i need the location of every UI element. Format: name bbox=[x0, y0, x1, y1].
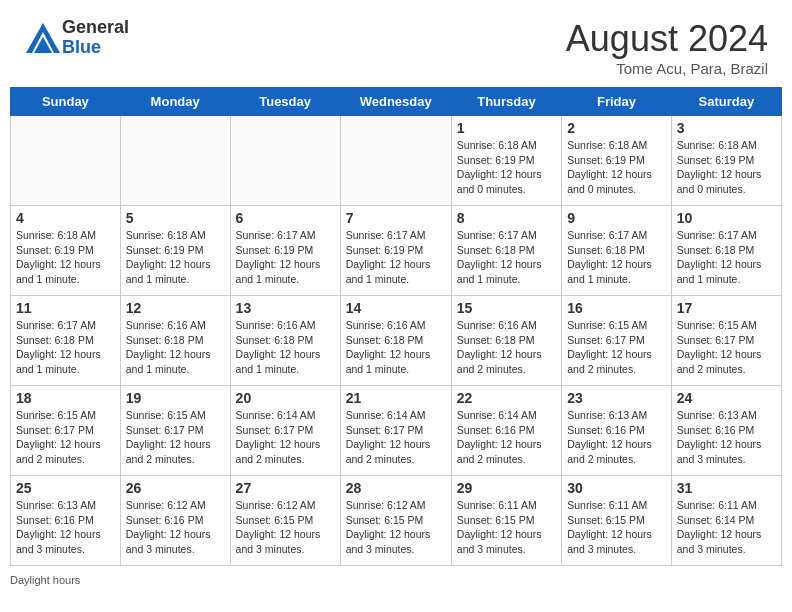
calendar-cell: 16Sunrise: 6:15 AM Sunset: 6:17 PM Dayli… bbox=[562, 296, 672, 386]
date-number: 8 bbox=[457, 210, 556, 226]
date-number: 29 bbox=[457, 480, 556, 496]
calendar-cell: 28Sunrise: 6:12 AM Sunset: 6:15 PM Dayli… bbox=[340, 476, 451, 566]
day-header-saturday: Saturday bbox=[671, 88, 781, 116]
cell-info: Sunrise: 6:12 AM Sunset: 6:16 PM Dayligh… bbox=[126, 498, 225, 557]
calendar-cell: 9Sunrise: 6:17 AM Sunset: 6:18 PM Daylig… bbox=[562, 206, 672, 296]
calendar-cell: 14Sunrise: 6:16 AM Sunset: 6:18 PM Dayli… bbox=[340, 296, 451, 386]
week-row-2: 4Sunrise: 6:18 AM Sunset: 6:19 PM Daylig… bbox=[11, 206, 782, 296]
footer: Daylight hours bbox=[0, 566, 792, 594]
cell-info: Sunrise: 6:16 AM Sunset: 6:18 PM Dayligh… bbox=[236, 318, 335, 377]
calendar-cell: 17Sunrise: 6:15 AM Sunset: 6:17 PM Dayli… bbox=[671, 296, 781, 386]
title-block: August 2024 Tome Acu, Para, Brazil bbox=[566, 18, 768, 77]
calendar-cell: 2Sunrise: 6:18 AM Sunset: 6:19 PM Daylig… bbox=[562, 116, 672, 206]
calendar-table: SundayMondayTuesdayWednesdayThursdayFrid… bbox=[10, 87, 782, 566]
cell-info: Sunrise: 6:14 AM Sunset: 6:17 PM Dayligh… bbox=[346, 408, 446, 467]
date-number: 30 bbox=[567, 480, 666, 496]
calendar-cell: 3Sunrise: 6:18 AM Sunset: 6:19 PM Daylig… bbox=[671, 116, 781, 206]
week-row-3: 11Sunrise: 6:17 AM Sunset: 6:18 PM Dayli… bbox=[11, 296, 782, 386]
cell-info: Sunrise: 6:17 AM Sunset: 6:18 PM Dayligh… bbox=[567, 228, 666, 287]
cell-info: Sunrise: 6:18 AM Sunset: 6:19 PM Dayligh… bbox=[567, 138, 666, 197]
cell-info: Sunrise: 6:12 AM Sunset: 6:15 PM Dayligh… bbox=[236, 498, 335, 557]
calendar-cell: 31Sunrise: 6:11 AM Sunset: 6:14 PM Dayli… bbox=[671, 476, 781, 566]
day-header-row: SundayMondayTuesdayWednesdayThursdayFrid… bbox=[11, 88, 782, 116]
date-number: 10 bbox=[677, 210, 776, 226]
cell-info: Sunrise: 6:17 AM Sunset: 6:18 PM Dayligh… bbox=[677, 228, 776, 287]
cell-info: Sunrise: 6:13 AM Sunset: 6:16 PM Dayligh… bbox=[677, 408, 776, 467]
cell-info: Sunrise: 6:16 AM Sunset: 6:18 PM Dayligh… bbox=[126, 318, 225, 377]
calendar-cell: 13Sunrise: 6:16 AM Sunset: 6:18 PM Dayli… bbox=[230, 296, 340, 386]
logo-general: General bbox=[62, 18, 129, 38]
date-number: 5 bbox=[126, 210, 225, 226]
header: General Blue August 2024 Tome Acu, Para,… bbox=[0, 0, 792, 87]
date-number: 21 bbox=[346, 390, 446, 406]
day-header-monday: Monday bbox=[120, 88, 230, 116]
calendar-cell bbox=[120, 116, 230, 206]
calendar-cell: 27Sunrise: 6:12 AM Sunset: 6:15 PM Dayli… bbox=[230, 476, 340, 566]
date-number: 20 bbox=[236, 390, 335, 406]
page-container: General Blue August 2024 Tome Acu, Para,… bbox=[0, 0, 792, 594]
calendar-cell: 19Sunrise: 6:15 AM Sunset: 6:17 PM Dayli… bbox=[120, 386, 230, 476]
calendar-cell: 30Sunrise: 6:11 AM Sunset: 6:15 PM Dayli… bbox=[562, 476, 672, 566]
calendar-cell: 21Sunrise: 6:14 AM Sunset: 6:17 PM Dayli… bbox=[340, 386, 451, 476]
cell-info: Sunrise: 6:15 AM Sunset: 6:17 PM Dayligh… bbox=[677, 318, 776, 377]
calendar-cell: 24Sunrise: 6:13 AM Sunset: 6:16 PM Dayli… bbox=[671, 386, 781, 476]
cell-info: Sunrise: 6:12 AM Sunset: 6:15 PM Dayligh… bbox=[346, 498, 446, 557]
logo-icon bbox=[24, 19, 62, 57]
cell-info: Sunrise: 6:18 AM Sunset: 6:19 PM Dayligh… bbox=[126, 228, 225, 287]
date-number: 31 bbox=[677, 480, 776, 496]
calendar-cell: 8Sunrise: 6:17 AM Sunset: 6:18 PM Daylig… bbox=[451, 206, 561, 296]
calendar-cell: 22Sunrise: 6:14 AM Sunset: 6:16 PM Dayli… bbox=[451, 386, 561, 476]
date-number: 4 bbox=[16, 210, 115, 226]
date-number: 26 bbox=[126, 480, 225, 496]
cell-info: Sunrise: 6:18 AM Sunset: 6:19 PM Dayligh… bbox=[457, 138, 556, 197]
week-row-1: 1Sunrise: 6:18 AM Sunset: 6:19 PM Daylig… bbox=[11, 116, 782, 206]
date-number: 9 bbox=[567, 210, 666, 226]
calendar-cell: 7Sunrise: 6:17 AM Sunset: 6:19 PM Daylig… bbox=[340, 206, 451, 296]
week-row-4: 18Sunrise: 6:15 AM Sunset: 6:17 PM Dayli… bbox=[11, 386, 782, 476]
day-header-wednesday: Wednesday bbox=[340, 88, 451, 116]
cell-info: Sunrise: 6:14 AM Sunset: 6:17 PM Dayligh… bbox=[236, 408, 335, 467]
cell-info: Sunrise: 6:11 AM Sunset: 6:14 PM Dayligh… bbox=[677, 498, 776, 557]
date-number: 1 bbox=[457, 120, 556, 136]
day-header-thursday: Thursday bbox=[451, 88, 561, 116]
calendar-cell: 10Sunrise: 6:17 AM Sunset: 6:18 PM Dayli… bbox=[671, 206, 781, 296]
cell-info: Sunrise: 6:16 AM Sunset: 6:18 PM Dayligh… bbox=[346, 318, 446, 377]
date-number: 15 bbox=[457, 300, 556, 316]
calendar-cell: 29Sunrise: 6:11 AM Sunset: 6:15 PM Dayli… bbox=[451, 476, 561, 566]
day-header-friday: Friday bbox=[562, 88, 672, 116]
date-number: 12 bbox=[126, 300, 225, 316]
calendar-cell: 12Sunrise: 6:16 AM Sunset: 6:18 PM Dayli… bbox=[120, 296, 230, 386]
calendar-cell: 26Sunrise: 6:12 AM Sunset: 6:16 PM Dayli… bbox=[120, 476, 230, 566]
calendar-cell: 5Sunrise: 6:18 AM Sunset: 6:19 PM Daylig… bbox=[120, 206, 230, 296]
date-number: 25 bbox=[16, 480, 115, 496]
date-number: 7 bbox=[346, 210, 446, 226]
calendar-cell bbox=[230, 116, 340, 206]
daylight-label: Daylight hours bbox=[10, 574, 80, 586]
cell-info: Sunrise: 6:18 AM Sunset: 6:19 PM Dayligh… bbox=[677, 138, 776, 197]
cell-info: Sunrise: 6:17 AM Sunset: 6:19 PM Dayligh… bbox=[236, 228, 335, 287]
date-number: 18 bbox=[16, 390, 115, 406]
calendar-cell: 1Sunrise: 6:18 AM Sunset: 6:19 PM Daylig… bbox=[451, 116, 561, 206]
logo-text: General Blue bbox=[62, 18, 129, 58]
month-year: August 2024 bbox=[566, 18, 768, 60]
day-header-sunday: Sunday bbox=[11, 88, 121, 116]
cell-info: Sunrise: 6:17 AM Sunset: 6:18 PM Dayligh… bbox=[457, 228, 556, 287]
calendar-cell: 18Sunrise: 6:15 AM Sunset: 6:17 PM Dayli… bbox=[11, 386, 121, 476]
cell-info: Sunrise: 6:15 AM Sunset: 6:17 PM Dayligh… bbox=[567, 318, 666, 377]
cell-info: Sunrise: 6:13 AM Sunset: 6:16 PM Dayligh… bbox=[16, 498, 115, 557]
cell-info: Sunrise: 6:18 AM Sunset: 6:19 PM Dayligh… bbox=[16, 228, 115, 287]
date-number: 2 bbox=[567, 120, 666, 136]
cell-info: Sunrise: 6:15 AM Sunset: 6:17 PM Dayligh… bbox=[16, 408, 115, 467]
date-number: 19 bbox=[126, 390, 225, 406]
cell-info: Sunrise: 6:11 AM Sunset: 6:15 PM Dayligh… bbox=[567, 498, 666, 557]
cell-info: Sunrise: 6:16 AM Sunset: 6:18 PM Dayligh… bbox=[457, 318, 556, 377]
date-number: 24 bbox=[677, 390, 776, 406]
week-row-5: 25Sunrise: 6:13 AM Sunset: 6:16 PM Dayli… bbox=[11, 476, 782, 566]
calendar-cell: 25Sunrise: 6:13 AM Sunset: 6:16 PM Dayli… bbox=[11, 476, 121, 566]
cell-info: Sunrise: 6:15 AM Sunset: 6:17 PM Dayligh… bbox=[126, 408, 225, 467]
calendar-cell: 6Sunrise: 6:17 AM Sunset: 6:19 PM Daylig… bbox=[230, 206, 340, 296]
date-number: 14 bbox=[346, 300, 446, 316]
calendar-cell: 20Sunrise: 6:14 AM Sunset: 6:17 PM Dayli… bbox=[230, 386, 340, 476]
calendar-cell: 4Sunrise: 6:18 AM Sunset: 6:19 PM Daylig… bbox=[11, 206, 121, 296]
calendar-cell bbox=[11, 116, 121, 206]
